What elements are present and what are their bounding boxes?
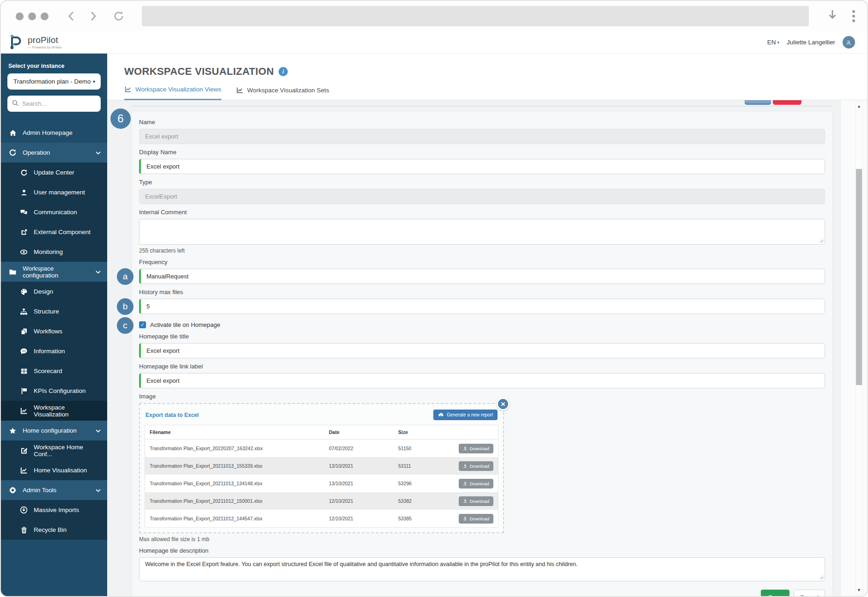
internal-comment-label: Internal Comment bbox=[139, 209, 825, 216]
language-selector[interactable]: EN ▾ bbox=[767, 39, 779, 46]
chevron-down-icon bbox=[96, 268, 101, 275]
chevron-down-icon bbox=[96, 149, 101, 156]
sidebar-item-admin-homepage[interactable]: Admin Homepage bbox=[1, 123, 107, 143]
export-files-table: Filename Date Size Transformation Plan_E… bbox=[145, 425, 498, 528]
internal-comment-field[interactable] bbox=[139, 219, 825, 245]
homepage-tile-title-label: Homepage tile title bbox=[139, 333, 825, 340]
tab-workspace-visualization-views[interactable]: Workspace Visualization Views bbox=[124, 86, 221, 100]
table-row: Transformation Plan_Export_20211013_1553… bbox=[145, 457, 498, 475]
refresh-icon[interactable] bbox=[112, 9, 125, 23]
app-window: proPilot — Powered by dFakto EN ▾ Juliet… bbox=[0, 0, 868, 597]
sidebar-group-workspace-configuration[interactable]: Workspace configuration bbox=[1, 262, 107, 282]
sidebar-item-update-center[interactable]: Update Center bbox=[1, 163, 107, 182]
import-circle-icon bbox=[20, 506, 28, 514]
sidebar-group-admin-tools[interactable]: Admin Tools bbox=[1, 480, 107, 500]
sync-icon bbox=[20, 169, 28, 176]
scrollbar-track[interactable] bbox=[856, 110, 862, 586]
download-icon bbox=[463, 516, 467, 521]
avatar[interactable]: JL bbox=[843, 36, 855, 48]
scroll-down-arrow[interactable]: ▼ bbox=[857, 586, 861, 594]
chevron-down-icon bbox=[96, 427, 101, 434]
scrollbar[interactable]: ▲ ▼ bbox=[855, 102, 863, 594]
user-icon bbox=[20, 189, 28, 196]
sidebar-group-home-configuration[interactable]: Home configuration bbox=[1, 421, 107, 440]
sidebar-item-recycle-bin[interactable]: Recycle Bin bbox=[1, 520, 107, 540]
eye-icon bbox=[20, 248, 28, 256]
sidebar-item-massive-imports[interactable]: Massive Imports bbox=[1, 500, 107, 520]
frequency-field[interactable] bbox=[139, 269, 825, 284]
caret-down-icon: ▾ bbox=[777, 40, 779, 45]
download-button: Download bbox=[459, 461, 493, 471]
sidebar-item-external-component[interactable]: External Component bbox=[1, 222, 107, 242]
table-row: Transformation Plan_Export_20211012_1445… bbox=[145, 510, 498, 527]
sidebar-item-home-visualisation[interactable]: Home Visualisation bbox=[1, 460, 107, 480]
instance-select[interactable]: Transformation plan - Demo ▾ bbox=[7, 73, 101, 90]
sidebar-search[interactable] bbox=[7, 96, 101, 112]
sidebar-item-workspace-home-conf[interactable]: Workspace Home Conf... bbox=[1, 440, 107, 460]
characters-left-hint: 255 characters left bbox=[139, 247, 825, 254]
search-input[interactable] bbox=[22, 100, 103, 107]
chat-bubbles-icon bbox=[20, 209, 28, 216]
external-link-icon bbox=[20, 229, 28, 236]
sidebar-item-scorecard[interactable]: Scorecard bbox=[1, 361, 107, 381]
cloud-download-icon bbox=[438, 412, 444, 417]
download-icon[interactable] bbox=[827, 9, 838, 24]
forward-icon[interactable] bbox=[88, 9, 98, 23]
scrollbar-thumb[interactable] bbox=[856, 169, 862, 385]
sidebar-item-design[interactable]: Design bbox=[1, 282, 107, 302]
sidebar-item-workspace-visualization[interactable]: Workspace Visualization bbox=[1, 401, 107, 421]
tab-workspace-visualization-sets[interactable]: Workspace Visualization Sets bbox=[236, 86, 329, 100]
tabbar: Workspace Visualization Views Workspace … bbox=[107, 78, 867, 100]
step-badge-c: c bbox=[117, 317, 134, 334]
info-icon[interactable]: i bbox=[279, 67, 288, 76]
cancel-button[interactable]: Cancel bbox=[794, 590, 825, 597]
type-field bbox=[139, 189, 825, 204]
activate-tile-label: Activate tile on Homepage bbox=[150, 321, 220, 328]
comment-icon bbox=[20, 348, 28, 355]
display-name-field[interactable] bbox=[139, 159, 825, 174]
scroll-gutter bbox=[840, 100, 867, 597]
sidebar-group-operation[interactable]: Operation bbox=[1, 143, 107, 163]
sidebar-item-communication[interactable]: Communication bbox=[1, 202, 107, 222]
generate-report-button: Generate a new report bbox=[433, 410, 498, 420]
line-chart-icon bbox=[20, 467, 28, 474]
activate-tile-checkbox[interactable]: ✓ bbox=[139, 321, 146, 328]
app-header: proPilot — Powered by dFakto EN ▾ Juliet… bbox=[1, 31, 867, 54]
column-date: Date bbox=[324, 425, 394, 439]
name-label: Name bbox=[139, 119, 825, 126]
history-max-files-field[interactable] bbox=[139, 299, 825, 314]
sidebar-item-monitoring[interactable]: Monitoring bbox=[1, 242, 107, 262]
download-icon bbox=[463, 464, 467, 468]
star-icon bbox=[9, 427, 17, 434]
sidebar-item-kpis-configuration[interactable]: KPIs Configuration bbox=[1, 381, 107, 401]
sidebar-item-structure[interactable]: Structure bbox=[1, 302, 107, 321]
column-size: Size bbox=[394, 425, 448, 439]
remove-image-button[interactable]: ✕ bbox=[497, 398, 510, 410]
homepage-tile-title-field[interactable] bbox=[139, 343, 825, 358]
homepage-tile-link-label-field[interactable] bbox=[139, 373, 825, 388]
trash-icon bbox=[20, 526, 28, 534]
save-button[interactable]: Save bbox=[761, 590, 789, 597]
search-icon bbox=[12, 100, 18, 108]
image-dropzone[interactable]: ✕ Export data to Excel Generate a new re… bbox=[139, 403, 504, 533]
propilot-logo: proPilot — Powered by dFakto bbox=[7, 33, 62, 52]
home-icon bbox=[9, 129, 17, 137]
user-name[interactable]: Juliette Langellier bbox=[787, 39, 835, 46]
sidebar-item-information[interactable]: Information bbox=[1, 341, 107, 361]
back-icon[interactable] bbox=[66, 9, 76, 23]
url-bar[interactable] bbox=[142, 6, 809, 26]
clipped-primary-button[interactable] bbox=[745, 100, 771, 105]
sidebar-item-user-management[interactable]: User management bbox=[1, 182, 107, 202]
clipped-danger-button[interactable] bbox=[773, 100, 801, 105]
logo-subtitle: — Powered by dFakto bbox=[28, 46, 62, 49]
download-button: Download bbox=[459, 444, 493, 453]
step-badge-6: 6 bbox=[110, 109, 131, 129]
edit-icon bbox=[20, 447, 28, 454]
homepage-tile-description-field[interactable]: Welcome in the Excel Export feature. You… bbox=[139, 557, 825, 581]
step-badge-a: a bbox=[117, 268, 134, 285]
browser-menu-icon[interactable] bbox=[852, 10, 855, 22]
scroll-up-arrow[interactable]: ▲ bbox=[857, 103, 861, 110]
palette-icon bbox=[20, 288, 28, 295]
propilot-logo-icon bbox=[7, 33, 24, 52]
sidebar-item-workflows[interactable]: Workflows bbox=[1, 321, 107, 341]
